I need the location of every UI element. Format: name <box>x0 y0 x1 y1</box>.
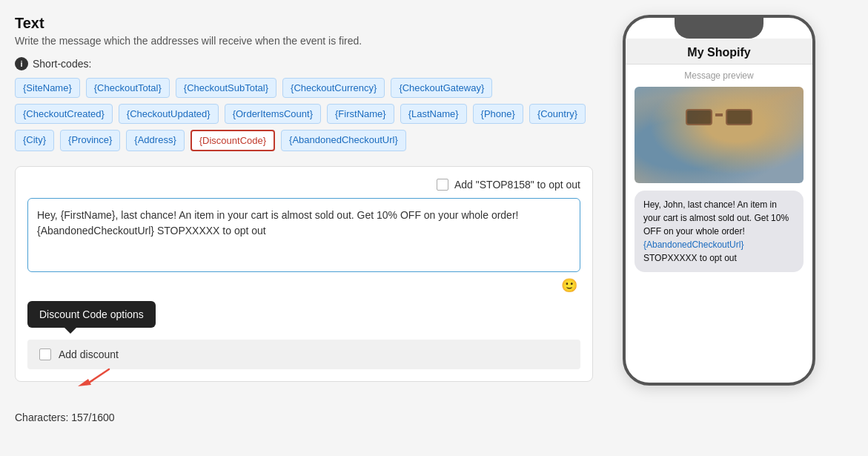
shortcode-CheckoutGateway[interactable]: {CheckoutGateway} <box>391 78 492 98</box>
shortcode-Address[interactable]: {Address} <box>126 130 184 151</box>
shortcodes-container: {SiteName} {CheckoutTotal} {CheckoutSubT… <box>15 78 593 151</box>
section-description: Write the message which the addresses wi… <box>15 35 593 47</box>
tooltip-box: Discount Code options <box>27 301 156 328</box>
shortcode-DiscountCode[interactable]: {DiscountCode} <box>191 130 275 151</box>
characters-label: Characters: 157/1600 <box>15 412 115 423</box>
editor-card: Add "STOP8158" to opt out Hey, {FirstNam… <box>15 166 593 382</box>
shortcode-CheckoutCurrency[interactable]: {CheckoutCurrency} <box>282 78 385 98</box>
right-panel: My Shopify Message preview Hey, John, la… <box>623 15 830 441</box>
shortcode-CheckoutSubTotal[interactable]: {CheckoutSubTotal} <box>176 78 276 98</box>
add-discount-row: Add discount <box>27 340 580 369</box>
arrow-indicator <box>72 366 116 390</box>
shortcodes-label: i Short-codes: <box>15 57 593 70</box>
phone-notch <box>675 18 763 39</box>
checkout-link: {AbandonedCheckoutUrl} <box>643 239 743 250</box>
opt-out-checkbox[interactable] <box>437 179 448 191</box>
tooltip-label: Discount Code options <box>39 308 144 320</box>
phone-mockup: My Shopify Message preview Hey, John, la… <box>623 15 815 386</box>
left-lens <box>686 109 712 125</box>
opt-out-row: Add "STOP8158" to opt out <box>27 179 580 191</box>
add-discount-checkbox[interactable] <box>39 348 51 360</box>
shortcode-Country[interactable]: {Country} <box>529 104 586 124</box>
shortcode-Phone[interactable]: {Phone} <box>473 104 523 124</box>
phone-body: Message preview Hey, John, last chance! … <box>626 65 812 278</box>
tooltip-container: Discount Code options <box>27 301 156 328</box>
emoji-row: 🙂 <box>27 274 580 294</box>
phone-top-bar: My Shopify <box>626 39 812 65</box>
emoji-icon[interactable]: 🙂 <box>561 277 577 294</box>
left-panel: Text Write the message which the address… <box>15 15 593 441</box>
phone-image <box>635 87 804 183</box>
shortcode-LastName[interactable]: {LastName} <box>400 104 467 124</box>
shortcode-Province[interactable]: {Province} <box>60 130 120 151</box>
message-bubble: Hey, John, last chance! An item in your … <box>635 191 804 272</box>
message-textarea[interactable]: Hey, {FirstName}, last chance! An item i… <box>27 198 580 272</box>
characters-count: Characters: 157/1600 <box>15 412 593 423</box>
shortcode-SiteName[interactable]: {SiteName} <box>15 78 80 98</box>
opt-out-label: Add "STOP8158" to opt out <box>454 179 580 191</box>
shortcode-CheckoutCreated[interactable]: {CheckoutCreated} <box>15 104 113 124</box>
right-lens <box>726 109 752 125</box>
glasses-bridge <box>715 113 723 116</box>
shortcode-AbandonedCheckoutUrl[interactable]: {AbandonedCheckoutUrl} <box>281 130 406 151</box>
add-discount-label: Add discount <box>59 348 119 360</box>
shortcode-OrderItemsCount[interactable]: {OrderItemsCount} <box>225 104 321 124</box>
svg-marker-0 <box>78 379 91 386</box>
shortcode-CheckoutTotal[interactable]: {CheckoutTotal} <box>86 78 170 98</box>
shortcode-FirstName[interactable]: {FirstName} <box>327 104 394 124</box>
shortcode-CheckoutUpdated[interactable]: {CheckoutUpdated} <box>119 104 219 124</box>
info-icon: i <box>15 57 28 70</box>
sunglasses-decoration <box>686 109 752 125</box>
section-title: Text <box>15 15 593 32</box>
shortcodes-label-text: Short-codes: <box>33 58 91 70</box>
phone-app-title: My Shopify <box>637 46 801 59</box>
phone-image-background <box>635 87 804 183</box>
shortcode-City[interactable]: {City} <box>15 130 54 151</box>
message-preview-label: Message preview <box>635 70 804 81</box>
